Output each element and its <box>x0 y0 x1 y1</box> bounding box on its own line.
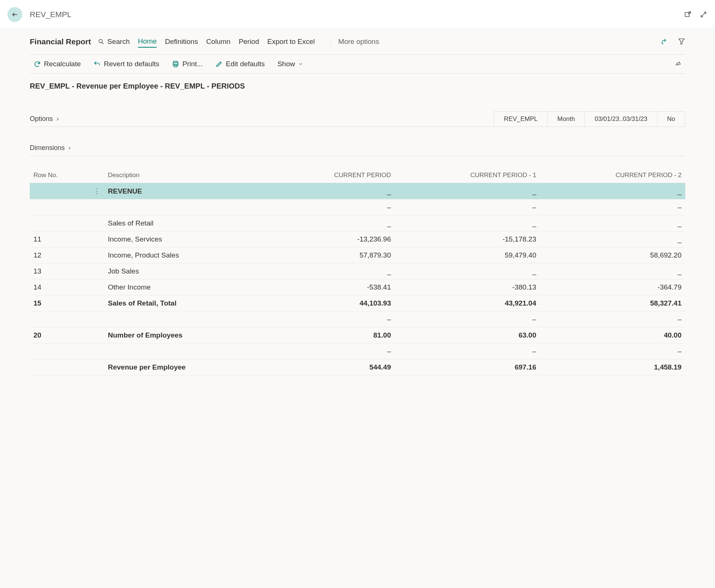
page-title: REV_EMPL <box>30 10 684 19</box>
row-menu-button <box>89 247 104 263</box>
search-button[interactable]: Search <box>98 38 130 46</box>
cell-cp: _ <box>250 263 395 279</box>
cell-cp2: _ <box>540 215 686 231</box>
options-section: Options REV_EMPL Month 03/01/23..03/31/2… <box>30 111 685 127</box>
table-row[interactable]: 15Sales of Retail, Total44,103.9343,921.… <box>30 295 685 311</box>
table-row[interactable]: 11Income, Services-13,236.96-15,178.23_ <box>30 231 685 247</box>
cell-description: Other Income <box>104 279 250 295</box>
cell-rowno: 11 <box>30 231 89 247</box>
row-menu-button <box>89 263 104 279</box>
revert-button[interactable]: Revert to defaults <box>93 60 159 68</box>
cell-cp1: _ <box>395 215 540 231</box>
row-menu-button <box>89 295 104 311</box>
table-row[interactable]: 13Job Sales___ <box>30 263 685 279</box>
row-menu-button <box>89 215 104 231</box>
table-row[interactable]: ––– <box>30 199 685 215</box>
tab-column[interactable]: Column <box>206 36 230 47</box>
row-menu-button <box>89 311 104 327</box>
pin-icon[interactable] <box>674 60 682 68</box>
col-header-cp1[interactable]: CURRENT PERIOD - 1 <box>395 168 540 183</box>
table-row[interactable]: ––– <box>30 343 685 359</box>
table-row[interactable]: ––– <box>30 311 685 327</box>
cell-rowno: 15 <box>30 295 89 311</box>
cell-description: REVENUE <box>104 183 250 199</box>
option-code[interactable]: REV_EMPL <box>494 111 548 127</box>
cell-description: Sales of Retail <box>104 215 250 231</box>
tab-home[interactable]: Home <box>138 36 157 48</box>
table-row[interactable]: Sales of Retail___ <box>30 215 685 231</box>
option-period-type[interactable]: Month <box>547 111 584 127</box>
col-header-cp2[interactable]: CURRENT PERIOD - 2 <box>540 168 686 183</box>
chevron-down-icon <box>298 61 303 67</box>
edit-defaults-label: Edit defaults <box>226 60 265 68</box>
cell-cp: -538.41 <box>250 279 395 295</box>
chevron-right-icon <box>55 116 60 122</box>
back-button[interactable] <box>7 7 22 22</box>
recalculate-button[interactable]: Recalculate <box>33 60 81 68</box>
more-options-button[interactable]: More options <box>330 38 379 46</box>
open-in-new-icon[interactable] <box>684 10 692 19</box>
cell-cp2: -364.79 <box>540 279 686 295</box>
filter-icon[interactable] <box>678 38 685 46</box>
options-label: Options <box>30 115 53 123</box>
row-menu-button <box>89 231 104 247</box>
tab-export[interactable]: Export to Excel <box>267 36 315 47</box>
cell-cp: _ <box>250 215 395 231</box>
refresh-icon <box>33 60 41 68</box>
expand-icon[interactable] <box>699 10 708 19</box>
report-heading: REV_EMPL - Revenue per Employee - REV_EM… <box>30 74 685 94</box>
col-header-cp[interactable]: CURRENT PERIOD <box>250 168 395 183</box>
col-header-description[interactable]: Description <box>104 168 250 183</box>
table-row[interactable]: 14Other Income-538.41-380.13-364.79 <box>30 279 685 295</box>
cell-cp2: 1,458.19 <box>540 359 686 376</box>
cell-description: Revenue per Employee <box>104 359 250 376</box>
cell-cp1: – <box>395 311 540 327</box>
cell-cp1: _ <box>395 183 540 199</box>
row-menu-button[interactable]: ⋮ <box>89 183 104 199</box>
cell-rowno: 12 <box>30 247 89 263</box>
svg-line-5 <box>102 42 103 44</box>
undo-icon <box>93 60 101 68</box>
table-row[interactable]: ⋮REVENUE___ <box>30 183 685 199</box>
share-icon[interactable] <box>661 38 669 46</box>
dimensions-toggle[interactable]: Dimensions <box>30 144 72 152</box>
cell-cp1: 697.16 <box>395 359 540 376</box>
svg-marker-6 <box>679 39 684 44</box>
cell-description: Income, Services <box>104 231 250 247</box>
option-aux[interactable]: No <box>657 111 685 127</box>
print-label: Print... <box>182 60 203 68</box>
show-button[interactable]: Show <box>278 60 304 68</box>
option-date-range[interactable]: 03/01/23..03/31/23 <box>584 111 657 127</box>
col-header-rowno[interactable]: Row No. <box>30 168 89 183</box>
cell-cp: – <box>250 311 395 327</box>
cell-cp: 57,879.30 <box>250 247 395 263</box>
cell-cp1: 43,921.04 <box>395 295 540 311</box>
cell-description <box>104 311 250 327</box>
cell-cp: 544.49 <box>250 359 395 376</box>
cell-cp2: – <box>540 311 686 327</box>
cell-rowno: 14 <box>30 279 89 295</box>
row-menu-button <box>89 343 104 359</box>
cell-rowno: 13 <box>30 263 89 279</box>
cell-description: Sales of Retail, Total <box>104 295 250 311</box>
cell-cp2: 58,692.20 <box>540 247 686 263</box>
cell-cp1: – <box>395 199 540 215</box>
cell-cp: _ <box>250 183 395 199</box>
table-row[interactable]: 20Number of Employees81.0063.0040.00 <box>30 327 685 343</box>
svg-point-4 <box>99 39 102 43</box>
cell-cp: 44,103.93 <box>250 295 395 311</box>
print-button[interactable]: Print... <box>172 60 203 68</box>
cell-cp1: -15,178.23 <box>395 231 540 247</box>
cell-description: Income, Product Sales <box>104 247 250 263</box>
tab-definitions[interactable]: Definitions <box>165 36 198 47</box>
table-row[interactable]: 12Income, Product Sales57,879.3059,479.4… <box>30 247 685 263</box>
cell-cp2: _ <box>540 183 686 199</box>
arrow-left-icon <box>12 11 18 18</box>
table-row[interactable]: Revenue per Employee544.49697.161,458.19 <box>30 359 685 376</box>
tab-period[interactable]: Period <box>239 36 259 47</box>
edit-defaults-button[interactable]: Edit defaults <box>215 60 265 68</box>
cell-cp: – <box>250 343 395 359</box>
cell-description <box>104 343 250 359</box>
options-toggle[interactable]: Options <box>30 115 60 123</box>
options-summary: REV_EMPL Month 03/01/23..03/31/23 No <box>494 111 685 127</box>
